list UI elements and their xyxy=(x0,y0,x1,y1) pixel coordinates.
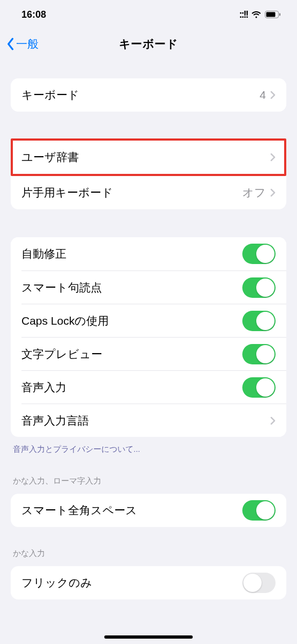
row-label: 音声入力言語 xyxy=(21,413,270,428)
row-smart-punctuation: スマート句読点 xyxy=(21,270,286,304)
page-title: キーボード xyxy=(119,36,179,52)
row-label: 音声入力 xyxy=(21,380,242,395)
group-keyboards: キーボード 4 xyxy=(11,78,286,112)
toggle-dictation[interactable] xyxy=(242,377,276,398)
highlight-user-dictionary: ユーザ辞書 xyxy=(11,138,286,176)
row-user-dictionary[interactable]: ユーザ辞書 xyxy=(13,141,284,174)
toggle-autocorrect[interactable] xyxy=(242,244,276,264)
back-label: 一般 xyxy=(16,36,39,52)
status-right: ::!! xyxy=(239,9,281,20)
status-bar: 16:08 ::!! xyxy=(0,0,297,29)
chevron-right-icon xyxy=(270,153,276,162)
row-one-handed[interactable]: 片手用キーボード オフ xyxy=(11,176,286,209)
status-time: 16:08 xyxy=(21,9,46,20)
row-autocorrect: 自動修正 xyxy=(11,237,286,270)
row-value: オフ xyxy=(242,185,266,200)
row-character-preview: 文字プレビュー xyxy=(21,337,286,370)
row-smart-fullwidth-space: スマート全角スペース xyxy=(11,494,286,527)
row-label: 自動修正 xyxy=(21,246,242,261)
group-options: 自動修正 スマート句読点 Caps Lockの使用 文字プレビュー 音声入力 音… xyxy=(11,237,286,437)
row-label: フリックのみ xyxy=(21,575,242,590)
svg-rect-1 xyxy=(266,12,276,17)
row-label: ユーザ辞書 xyxy=(21,150,270,165)
toggle-smart-fullwidth-space[interactable] xyxy=(242,500,276,521)
battery-icon xyxy=(265,11,281,18)
toggle-flick-only[interactable] xyxy=(242,573,276,593)
row-label: スマート句読点 xyxy=(21,280,242,295)
group-kana-romaji: スマート全角スペース xyxy=(11,494,286,527)
toggle-character-preview[interactable] xyxy=(242,344,276,364)
row-dictation-languages[interactable]: 音声入力言語 xyxy=(21,404,286,437)
row-flick-only: フリックのみ xyxy=(11,566,286,599)
home-indicator[interactable] xyxy=(105,635,193,639)
row-value: 4 xyxy=(259,89,266,101)
nav-bar: 一般 キーボード xyxy=(0,29,297,59)
section-header-kana: かな入力 xyxy=(13,548,284,559)
chevron-right-icon xyxy=(270,416,276,425)
row-dictation: 音声入力 xyxy=(21,370,286,404)
cellular-icon: ::!! xyxy=(239,9,248,20)
row-label: スマート全角スペース xyxy=(21,503,242,518)
toggle-smart-punctuation[interactable] xyxy=(242,277,276,298)
chevron-right-icon xyxy=(270,188,276,197)
row-keyboards[interactable]: キーボード 4 xyxy=(11,78,286,112)
row-label: キーボード xyxy=(21,87,259,103)
chevron-right-icon xyxy=(270,91,276,99)
group-dictionary: ユーザ辞書 片手用キーボード オフ xyxy=(11,138,286,209)
row-caps-lock: Caps Lockの使用 xyxy=(21,304,286,337)
row-label: 片手用キーボード xyxy=(21,185,242,200)
svg-rect-2 xyxy=(279,13,280,16)
back-button[interactable]: 一般 xyxy=(6,36,39,52)
chevron-left-icon xyxy=(6,38,14,50)
toggle-caps-lock[interactable] xyxy=(242,311,276,331)
dictation-privacy-link[interactable]: 音声入力とプライバシーについて... xyxy=(13,444,284,455)
row-label: Caps Lockの使用 xyxy=(21,313,242,328)
group-kana: フリックのみ xyxy=(11,566,286,599)
row-label: 文字プレビュー xyxy=(21,347,242,362)
section-header-kana-romaji: かな入力、ローマ字入力 xyxy=(13,476,284,486)
wifi-icon xyxy=(251,11,262,19)
